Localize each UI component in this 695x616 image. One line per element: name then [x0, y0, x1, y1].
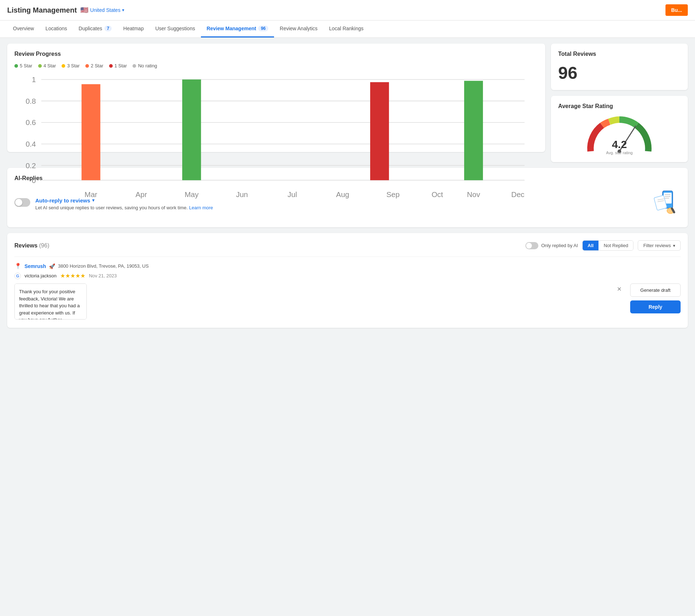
svg-text:0.2: 0.2 [26, 161, 36, 170]
svg-text:Apr: Apr [135, 190, 147, 198]
bar-sep [370, 82, 389, 180]
generate-draft-button[interactable]: Generate draft [630, 284, 681, 297]
gauge-rating-value: 4.2 [606, 138, 633, 151]
legend-4star: 4 Star [38, 63, 56, 68]
filter-reviews-label: Filter reviews [643, 243, 671, 248]
svg-text:0.4: 0.4 [26, 140, 36, 148]
only-ai-label: Only replied by AI [541, 243, 578, 248]
avg-star-rating-card: Average Star Rating [551, 96, 688, 162]
total-reviews-title: Total Reviews [558, 51, 681, 57]
duplicates-badge: 7 [104, 26, 112, 31]
nav-item-local-rankings[interactable]: Local Rankings [323, 21, 369, 37]
nav-label-heatmap: Heatmap [123, 26, 144, 31]
rocket-icon: 🚀 [49, 263, 55, 269]
svg-text:May: May [185, 190, 199, 198]
top-header: Listing Management 🇺🇸 United States ▾ Bu… [0, 0, 695, 21]
bar-may [182, 80, 201, 180]
legend-dot-norating [133, 64, 136, 68]
nav-label-overview: Overview [13, 26, 34, 31]
gauge-value-block: 4.2 Avg. star rating [606, 138, 633, 155]
only-ai-toggle-knob [526, 243, 532, 249]
location-name: Semrush [24, 263, 46, 269]
total-reviews-count: 96 [558, 63, 681, 83]
only-ai-toggle-group: Only replied by AI [525, 242, 578, 249]
google-icon: G [14, 273, 21, 279]
reviews-title-text: Reviews [14, 242, 37, 249]
navigation-bar: Overview Locations Duplicates 7 Heatmap … [0, 21, 695, 38]
legend-1star: 1 Star [109, 63, 127, 68]
reply-tab-group: All Not Replied [582, 240, 634, 251]
nav-label-locations: Locations [45, 26, 67, 31]
total-reviews-card: Total Reviews 96 [551, 44, 688, 90]
reviewer-name: victoria jackson [24, 273, 57, 278]
bar-mar [81, 84, 100, 180]
nav-label-duplicates: Duplicates [79, 26, 102, 31]
review-date: Nov 21, 2023 [89, 273, 117, 278]
auto-reply-toggle[interactable] [14, 198, 30, 207]
chart-legend: 5 Star 4 Star 3 Star 2 Star 1 Star [14, 63, 538, 68]
review-management-badge: 96 [258, 26, 268, 31]
main-content: Review Progress 5 Star 4 Star 3 Star 2 [0, 38, 695, 334]
legend-2star: 2 Star [85, 63, 103, 68]
review-stars: ★★★★★ [60, 272, 85, 279]
nav-item-overview[interactable]: Overview [7, 21, 40, 37]
nav-item-locations[interactable]: Locations [40, 21, 73, 37]
app-title: Listing Management [7, 6, 77, 14]
svg-text:0: 0 [32, 176, 36, 184]
review-progress-card: Review Progress 5 Star 4 Star 3 Star 2 [7, 44, 545, 152]
legend-label-norating: No rating [138, 63, 157, 68]
gauge-rating-label: Avg. star rating [606, 151, 633, 155]
tab-all[interactable]: All [583, 241, 599, 250]
svg-text:Oct: Oct [431, 190, 443, 198]
reviews-count: (96) [39, 242, 49, 249]
reply-textarea-wrapper: ✕ [14, 284, 624, 321]
reviews-controls: Only replied by AI All Not Replied Filte… [525, 240, 681, 251]
svg-text:Jul: Jul [288, 190, 297, 198]
svg-text:Aug: Aug [336, 190, 349, 198]
legend-dot-4star [38, 64, 42, 68]
svg-text:Jun: Jun [236, 190, 248, 198]
nav-label-review-management: Review Management [207, 26, 256, 31]
buy-button[interactable]: Bu... [665, 4, 688, 16]
location-address: 3800 Horizon Blvd, Trevose, PA, 19053, U… [58, 263, 149, 269]
avg-star-rating-title: Average Star Rating [558, 103, 681, 110]
gauge-chart: 4.2 Avg. star rating [558, 115, 681, 155]
filter-reviews-button[interactable]: Filter reviews ▾ [638, 240, 681, 251]
header-left: Listing Management 🇺🇸 United States ▾ [7, 6, 124, 14]
reviews-card: Reviews (96) Only replied by AI All Not … [7, 233, 688, 328]
legend-dot-3star [62, 64, 65, 68]
svg-text:Sep: Sep [386, 190, 399, 198]
bar-chart: 1 0.8 0.6 0.4 0.2 0 Mar [14, 73, 538, 145]
review-location: 📍 Semrush 🚀 3800 Horizon Blvd, Trevose, … [14, 263, 681, 269]
toggle-knob [15, 199, 22, 206]
bar-nov [464, 81, 483, 180]
nav-item-review-management[interactable]: Review Management 96 [201, 21, 274, 37]
reply-area: ✕ Generate draft Reply [14, 284, 681, 321]
reply-button[interactable]: Reply [630, 300, 681, 313]
only-ai-toggle-switch[interactable] [525, 242, 538, 249]
reply-textarea[interactable] [14, 284, 87, 320]
legend-dot-5star [14, 64, 18, 68]
filter-chevron-icon: ▾ [673, 243, 675, 248]
svg-text:Nov: Nov [467, 190, 480, 198]
chevron-down-icon: ▾ [122, 8, 124, 13]
reviewer-row: G victoria jackson ★★★★★ Nov 21, 2023 [14, 272, 681, 279]
legend-label-3star: 3 Star [67, 63, 80, 68]
svg-text:Dec: Dec [511, 190, 524, 198]
review-item: 📍 Semrush 🚀 3800 Horizon Blvd, Trevose, … [14, 256, 681, 321]
legend-dot-2star [85, 64, 89, 68]
chart-svg: 1 0.8 0.6 0.4 0.2 0 Mar [14, 73, 538, 207]
nav-item-heatmap[interactable]: Heatmap [117, 21, 149, 37]
legend-label-1star: 1 Star [115, 63, 127, 68]
country-selector[interactable]: 🇺🇸 United States ▾ [80, 6, 124, 14]
reply-buttons: Generate draft Reply [630, 284, 681, 313]
nav-item-duplicates[interactable]: Duplicates 7 [73, 21, 117, 37]
nav-item-user-suggestions[interactable]: User Suggestions [149, 21, 201, 37]
legend-3star: 3 Star [62, 63, 80, 68]
svg-text:0.8: 0.8 [26, 97, 36, 105]
close-reply-button[interactable]: ✕ [617, 286, 622, 293]
nav-label-user-suggestions: User Suggestions [155, 26, 195, 31]
tab-not-replied[interactable]: Not Replied [598, 241, 633, 250]
nav-item-review-analytics[interactable]: Review Analytics [274, 21, 323, 37]
ai-illustration-icon [652, 187, 681, 220]
